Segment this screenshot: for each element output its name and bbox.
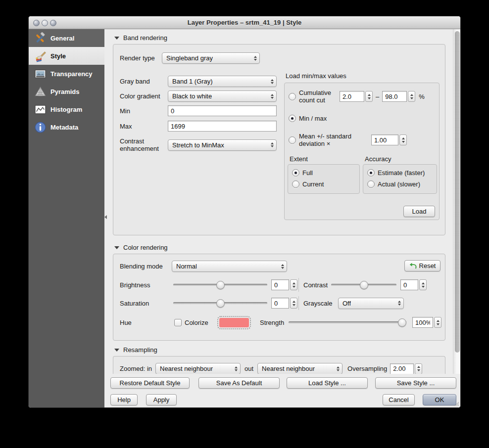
zoom-button[interactable] <box>50 20 56 26</box>
cumulative-max-input[interactable] <box>382 91 407 102</box>
slider-thumb[interactable] <box>398 318 406 327</box>
contrast-enhancement-label: Contrast enhancement <box>120 137 168 152</box>
restore-default-style-button[interactable]: Restore Default Style <box>110 377 190 389</box>
layer-properties-dialog: Layer Properties – srtm_41_19 | Style Ge… <box>28 16 461 408</box>
sidebar-item-style[interactable]: Style <box>29 47 104 65</box>
cumulative-count-cut-label: Cumulative count cut <box>299 89 340 104</box>
info-icon <box>34 121 47 134</box>
cumulative-count-cut-radio[interactable] <box>289 93 296 100</box>
colorize-color-swatch[interactable] <box>219 318 249 327</box>
popup-arrows-icon <box>251 56 257 61</box>
hue-label: Hue <box>120 319 174 326</box>
grayscale-select[interactable]: Off <box>338 298 404 309</box>
resize-grip-icon[interactable] <box>453 401 459 406</box>
accuracy-estimate-radio[interactable] <box>367 169 375 177</box>
sidebar-item-pyramids[interactable]: Pyramids <box>29 83 104 100</box>
load-style-button[interactable]: Load Style ... <box>287 377 368 389</box>
gray-band-select[interactable]: Band 1 (Gray) <box>168 76 277 87</box>
strength-label: Strength <box>260 319 289 326</box>
grayscale-label: Grayscale <box>303 300 338 307</box>
stddev-stepper[interactable] <box>399 134 407 145</box>
sidebar-item-general[interactable]: General <box>29 29 104 47</box>
popup-arrows-icon <box>278 264 284 269</box>
render-type-select[interactable]: Singleband gray <box>162 52 260 64</box>
brightness-input[interactable] <box>271 279 289 290</box>
title-bar[interactable]: Layer Properties – srtm_41_19 | Style <box>29 16 460 29</box>
saturation-slider[interactable] <box>173 298 267 308</box>
vertical-scrollbar[interactable] <box>453 29 461 374</box>
resampling-header[interactable]: Resampling <box>114 346 157 354</box>
band-rendering-group: Render type Singleband gray Gray band Ba… <box>113 44 445 235</box>
brightness-label: Brightness <box>120 281 173 289</box>
sidebar-item-transparency[interactable]: Transparency <box>29 65 104 83</box>
blending-mode-select[interactable]: Normal <box>172 261 287 272</box>
pyramids-icon <box>34 86 47 98</box>
strength-slider[interactable] <box>289 317 406 327</box>
colorize-checkbox[interactable] <box>174 319 182 326</box>
collapse-triangle-icon[interactable] <box>114 37 119 40</box>
slider-thumb[interactable] <box>216 299 225 308</box>
cumulative-min-input[interactable] <box>340 91 364 102</box>
percent-label: % <box>419 93 425 100</box>
colorize-label: Colorize <box>185 319 212 326</box>
saturation-stepper[interactable] <box>290 298 297 309</box>
help-button[interactable]: Help <box>110 394 138 405</box>
save-style-button[interactable]: Save Style ... <box>375 377 456 389</box>
min-max-radio[interactable] <box>289 115 296 122</box>
contrast-input[interactable] <box>400 279 418 290</box>
mean-stddev-label: Mean +/- standard deviation × <box>299 133 364 147</box>
undo-icon <box>409 263 417 269</box>
extent-current-radio[interactable] <box>292 180 299 188</box>
brightness-slider[interactable] <box>173 280 267 290</box>
color-rendering-header[interactable]: Color rendering <box>114 244 168 251</box>
scrollbar-thumb[interactable] <box>455 31 460 353</box>
contrast-label: Contrast <box>303 281 331 289</box>
extent-full-radio[interactable] <box>292 169 299 177</box>
sidebar-item-histogram[interactable]: Histogram <box>29 100 104 118</box>
ok-button[interactable]: OK <box>423 394 456 405</box>
slider-thumb[interactable] <box>216 281 225 289</box>
cumulative-min-stepper[interactable] <box>365 91 373 102</box>
collapse-triangle-icon[interactable] <box>114 246 119 249</box>
cancel-button[interactable]: Cancel <box>383 394 415 405</box>
oversampling-stepper[interactable] <box>415 363 422 374</box>
apply-button[interactable]: Apply <box>146 394 177 405</box>
min-input[interactable] <box>168 105 277 116</box>
brightness-stepper[interactable] <box>290 279 297 290</box>
slider-thumb[interactable] <box>360 281 368 289</box>
strength-stepper[interactable] <box>434 317 441 328</box>
divider <box>298 296 299 310</box>
accuracy-actual-radio[interactable] <box>367 180 375 188</box>
cumulative-max-stepper[interactable] <box>408 91 415 102</box>
mean-stddev-radio[interactable] <box>289 136 296 144</box>
save-as-default-button[interactable]: Save As Default <box>198 377 280 389</box>
splitter-handle-icon[interactable] <box>104 215 107 219</box>
color-rendering-group: Blending mode Normal Reset <box>113 254 445 341</box>
render-type-label: Render type <box>120 54 162 62</box>
reset-button[interactable]: Reset <box>404 260 440 271</box>
close-button[interactable] <box>33 20 40 26</box>
color-gradient-select[interactable]: Black to white <box>168 90 277 102</box>
band-rendering-header[interactable]: Band rendering <box>114 34 167 42</box>
sidebar-item-label: Pyramids <box>50 88 80 95</box>
stddev-input[interactable] <box>371 134 398 145</box>
dialog-button-box: Restore Default Style Save As Default Lo… <box>104 374 461 408</box>
accuracy-actual-label: Actual (slower) <box>378 180 420 188</box>
saturation-input[interactable] <box>271 298 289 309</box>
load-minmax-header: Load min/max values <box>286 72 346 80</box>
minimize-button[interactable] <box>42 20 48 26</box>
popup-arrows-icon <box>395 301 401 306</box>
strength-input[interactable] <box>412 317 433 328</box>
sidebar-item-label: General <box>50 35 74 42</box>
collapse-triangle-icon[interactable] <box>114 349 119 352</box>
zoomed-in-select[interactable]: Nearest neighbour <box>155 363 241 374</box>
oversampling-input[interactable] <box>390 363 414 374</box>
contrast-slider[interactable] <box>331 280 396 290</box>
max-input[interactable] <box>168 121 277 132</box>
sidebar-item-metadata[interactable]: Metadata <box>29 118 104 136</box>
contrast-enhancement-select[interactable]: Stretch to MinMax <box>168 139 277 151</box>
contrast-stepper[interactable] <box>419 279 427 290</box>
load-button[interactable]: Load <box>403 206 435 217</box>
sidebar: General Style Transpa <box>29 29 104 408</box>
zoomed-out-select[interactable]: Nearest neighbour <box>257 363 342 374</box>
